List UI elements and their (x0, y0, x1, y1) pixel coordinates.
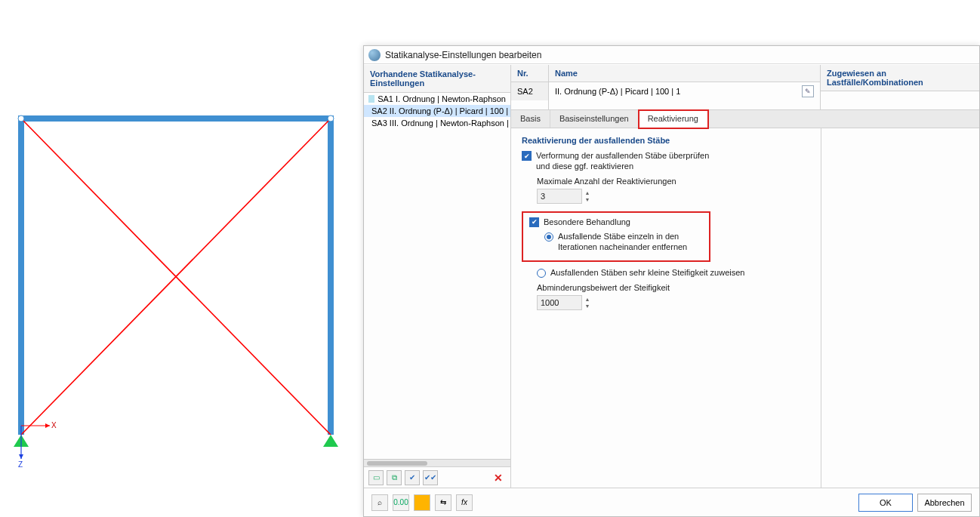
tab-bar: Basis Basiseinstellungen Reaktivierung (511, 110, 979, 128)
help-icon[interactable]: ⌕ (371, 494, 388, 511)
check-verify-deformation-label: Verformung der ausfallenden Stäbe überpr… (536, 151, 717, 172)
assign-header: Zugewiesen an Lastfälle/Kombinationen (821, 65, 979, 91)
check-special-treatment-label: Besondere Behandlung (544, 217, 630, 228)
model-viewport[interactable]: X Z (0, 0, 362, 517)
dialog-titlebar[interactable]: Statikanalyse-Einstellungen bearbeiten (364, 46, 979, 64)
stiffness-reduction-label: Abminderungsbeiwert der Steifigkeit (537, 283, 810, 292)
list-item[interactable]: SA3 III. Ordnung | Newton-Raphson | 1 (364, 117, 510, 129)
radio-remove-individually-label: Ausfallende Stäbe einzeln in den Iterati… (558, 232, 703, 253)
check-special-treatment[interactable]: ✔ (529, 217, 539, 227)
static-analysis-settings-dialog: Statikanalyse-Einstellungen bearbeiten V… (363, 45, 980, 517)
assign-value (821, 91, 979, 109)
name-header: Name (549, 65, 820, 82)
dialog-footer: ⌕ 0.00 ⇆ fx OK Abbrechen (364, 488, 979, 516)
svg-marker-8 (323, 435, 338, 447)
settings-list[interactable]: SA1 I. Ordnung | Newton-Raphson SA2 II. … (364, 93, 510, 459)
tab-basis[interactable]: Basis (511, 110, 550, 128)
svg-rect-2 (18, 115, 334, 122)
tab-base-settings[interactable]: Basiseinstellungen (550, 110, 639, 128)
check-icon[interactable]: ✔ (405, 470, 420, 485)
svg-rect-0 (18, 115, 24, 435)
radio-remove-individually[interactable] (544, 232, 553, 242)
hierarchy-icon[interactable]: ⇆ (435, 494, 451, 511)
new-icon[interactable]: ▭ (368, 470, 384, 485)
stiffness-reduction-field[interactable]: 1000 (537, 295, 582, 310)
reactivation-content: Reaktivierung der ausfallenden Stäbe ✔ V… (511, 128, 821, 488)
radio-small-stiffness[interactable] (537, 269, 546, 278)
delete-icon[interactable]: ✕ (491, 470, 506, 485)
svg-marker-12 (19, 454, 23, 459)
axis-x-label: X (51, 421, 57, 429)
checkall-icon[interactable]: ✔✔ (423, 470, 438, 485)
max-reactivations-spinner[interactable]: ▲▼ (584, 189, 591, 203)
max-reactivations-field[interactable]: 3 (537, 189, 582, 204)
edit-name-icon[interactable]: ✎ (802, 85, 814, 97)
horizontal-scrollbar[interactable] (364, 459, 510, 466)
settings-detail-panel: Nr. SA2 Name II. Ordnung (P-Δ) | Picard … (511, 65, 979, 488)
script-icon[interactable]: fx (456, 494, 473, 511)
assignment-panel (821, 128, 979, 488)
svg-marker-10 (45, 423, 50, 428)
cancel-button[interactable]: Abbrechen (917, 494, 972, 512)
highlight-box: ✔ Besondere Behandlung Ausfallende Stäbe… (522, 211, 710, 262)
frame-model-svg (0, 0, 362, 517)
max-reactivations-label: Maximale Anzahl der Reaktivierungen (537, 177, 810, 186)
tab-reactivation[interactable]: Reaktivierung (639, 110, 708, 128)
svg-rect-1 (328, 115, 334, 435)
nr-value: SA2 (511, 82, 548, 100)
section-title: Reaktivierung der ausfallenden Stäbe (522, 136, 810, 145)
list-item[interactable]: SA2 II. Ordnung (P-Δ) | Picard | 100 | 1 (364, 105, 510, 117)
color-icon[interactable] (414, 494, 430, 511)
svg-point-5 (18, 115, 24, 122)
dialog-title: Statikanalyse-Einstellungen bearbeiten (385, 50, 541, 60)
settings-list-panel: Vorhandene Statikanalyse-Einstellungen S… (364, 65, 511, 488)
axis-z-label: Z (18, 460, 23, 469)
settings-list-header: Vorhandene Statikanalyse-Einstellungen (364, 65, 510, 93)
app-icon (368, 49, 381, 61)
list-item[interactable]: SA1 I. Ordnung | Newton-Raphson (364, 93, 510, 105)
radio-small-stiffness-label: Ausfallenden Stäben sehr kleine Steifigk… (550, 268, 744, 279)
stiffness-reduction-spinner[interactable]: ▲▼ (584, 296, 591, 309)
copy-icon[interactable]: ⧉ (387, 470, 402, 485)
svg-point-6 (328, 115, 334, 122)
units-icon[interactable]: 0.00 (393, 494, 409, 511)
nr-header: Nr. (511, 65, 548, 82)
check-verify-deformation[interactable]: ✔ (522, 151, 532, 161)
ok-button[interactable]: OK (858, 494, 913, 512)
name-input[interactable]: II. Ordnung (P-Δ) | Picard | 100 | 1 (555, 87, 802, 96)
list-toolbar: ▭ ⧉ ✔ ✔✔ ✕ (364, 466, 510, 488)
